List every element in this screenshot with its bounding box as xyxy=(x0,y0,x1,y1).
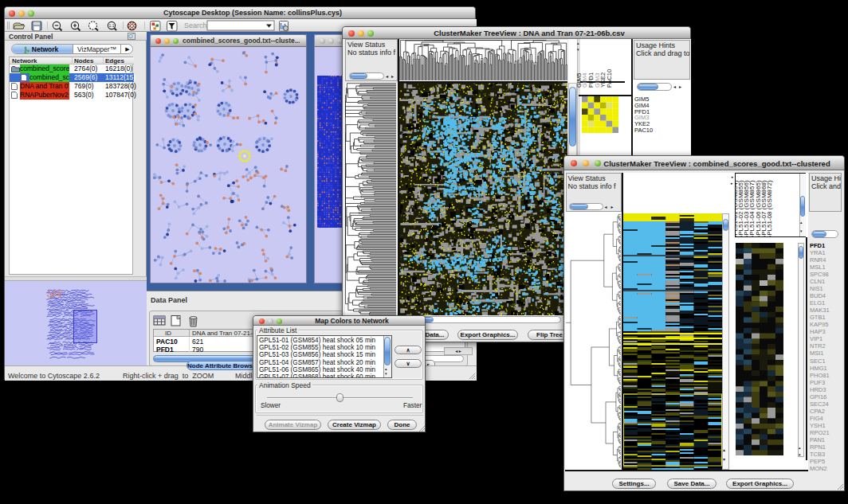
svg-text:1:1: 1:1 xyxy=(109,23,115,28)
svg-text:Search:: Search: xyxy=(184,21,209,29)
